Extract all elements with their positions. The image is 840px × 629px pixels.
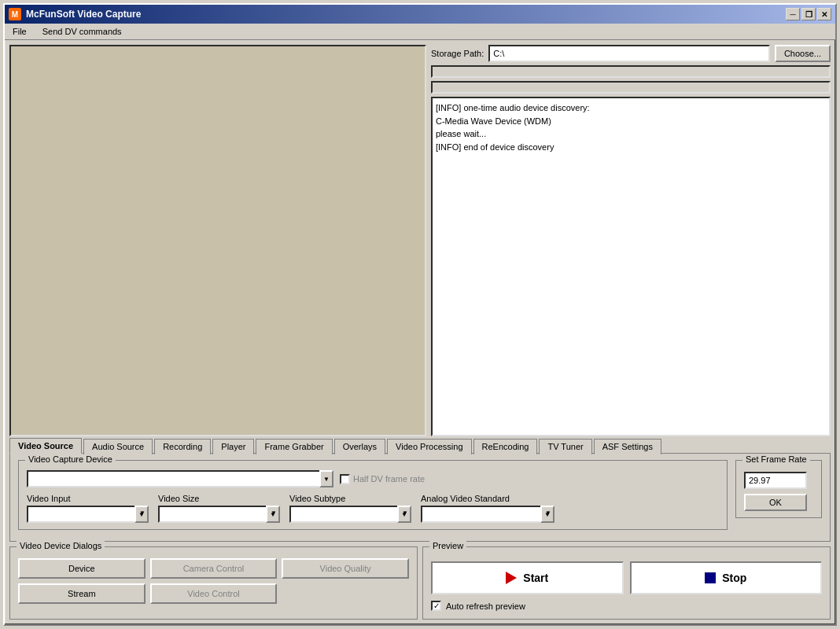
analog-standard-dropdown-btn[interactable]: ▼ <box>540 506 554 523</box>
video-input-select[interactable] <box>27 506 149 523</box>
props-row: Video Input ▼ Video Size <box>27 494 719 523</box>
stop-icon <box>705 572 716 583</box>
video-subtype-group: Video Subtype ▼ <box>289 494 411 523</box>
video-input-group: Video Input ▼ <box>27 494 149 523</box>
video-size-select-wrapper: ▼ <box>158 506 280 523</box>
video-size-label: Video Size <box>158 494 280 503</box>
tab-recording[interactable]: Recording <box>154 439 211 454</box>
storage-label: Storage Path: <box>431 49 484 58</box>
empty-slot <box>282 583 409 604</box>
tab-overlays[interactable]: Overlays <box>334 439 385 454</box>
video-input-select-wrapper: ▼ <box>27 506 149 523</box>
video-device-dialogs-fieldset: Video Device Dialogs Device Camera Contr… <box>9 546 418 620</box>
close-button[interactable]: ✕ <box>817 8 831 20</box>
log-text: [INFO] one-time audio device discovery: … <box>436 103 590 152</box>
framerate-section: Set Frame Rate OK <box>735 460 822 535</box>
title-bar: M McFunSoft Video Capture ─ ❐ ✕ <box>5 5 835 24</box>
tab-video-processing[interactable]: Video Processing <box>387 439 471 454</box>
video-capture-section: Video Capture Device ▼ Half DV frame rat… <box>18 460 728 535</box>
choose-button[interactable]: Choose... <box>775 45 831 62</box>
tab-reencoding[interactable]: ReEncoding <box>473 439 538 454</box>
preview-fieldset: Preview Start Stop ✓ Auto refresh previe… <box>422 546 831 620</box>
tab-content-area: Video Capture Device ▼ Half DV frame rat… <box>5 453 835 542</box>
tab-asf-settings[interactable]: ASF Settings <box>594 439 661 454</box>
video-input-label: Video Input <box>27 494 149 503</box>
title-bar-left: M McFunSoft Video Capture <box>9 8 141 20</box>
menubar: File Send DV commands <box>5 24 835 40</box>
progress-bar-top <box>431 65 831 78</box>
device-input[interactable] <box>27 470 333 487</box>
tab-tv-tuner[interactable]: TV Tuner <box>539 439 591 454</box>
video-subtype-label: Video Subtype <box>289 494 411 503</box>
half-dv-label: Half DV frame rate <box>353 474 425 484</box>
video-subtype-select[interactable] <box>289 506 411 523</box>
tab-content-inner: Video Capture Device ▼ Half DV frame rat… <box>18 460 822 535</box>
device-combo-wrapper: ▼ <box>27 470 333 487</box>
video-size-group: Video Size ▼ <box>158 494 280 523</box>
analog-standard-group: Analog Video Standard ▼ <box>421 494 554 523</box>
half-dv-checkbox[interactable] <box>340 474 350 484</box>
stream-button[interactable]: Stream <box>18 583 146 604</box>
device-select-row: ▼ Half DV frame rate <box>27 470 719 487</box>
tab-player[interactable]: Player <box>212 439 254 454</box>
preview-legend: Preview <box>429 541 466 550</box>
analog-standard-select[interactable] <box>421 506 554 523</box>
framerate-input[interactable] <box>744 472 807 489</box>
progress-bar-bottom <box>431 81 831 94</box>
stop-button-label: Stop <box>722 572 746 584</box>
main-layout: Storage Path: Choose... [INFO] one-time … <box>5 40 835 624</box>
tabs-row: Video Source Audio Source Recording Play… <box>9 438 831 454</box>
dialogs-legend: Video Device Dialogs <box>17 541 105 550</box>
tab-audio-source[interactable]: Audio Source <box>83 439 153 454</box>
storage-path-input[interactable] <box>488 45 770 62</box>
menu-send-dv[interactable]: Send DV commands <box>38 25 127 38</box>
app-icon: M <box>9 8 21 20</box>
menu-file[interactable]: File <box>8 25 31 38</box>
auto-refresh-checkbox[interactable]: ✓ <box>431 601 441 611</box>
stream-row: Stream Video Control <box>18 583 409 604</box>
tabs-area: Video Source Audio Source Recording Play… <box>5 438 835 453</box>
video-capture-legend: Video Capture Device <box>25 454 116 464</box>
tab-video-source[interactable]: Video Source <box>9 438 82 454</box>
preview-buttons: Start Stop <box>431 561 822 594</box>
video-subtype-dropdown-btn[interactable]: ▼ <box>397 506 411 523</box>
start-button[interactable]: Start <box>431 561 624 594</box>
auto-refresh-label: Auto refresh preview <box>446 601 525 611</box>
storage-row: Storage Path: Choose... <box>431 45 831 62</box>
device-button[interactable]: Device <box>18 558 146 579</box>
tab-content: Video Capture Device ▼ Half DV frame rat… <box>9 453 831 542</box>
framerate-ok-button[interactable]: OK <box>744 494 807 511</box>
device-dropdown-btn[interactable]: ▼ <box>319 470 333 487</box>
video-size-select[interactable] <box>158 506 280 523</box>
start-icon <box>506 572 517 584</box>
title-buttons: ─ ❐ ✕ <box>786 8 831 20</box>
video-control-button[interactable]: Video Control <box>150 583 278 604</box>
top-section: Storage Path: Choose... [INFO] one-time … <box>5 40 835 438</box>
auto-refresh-row: ✓ Auto refresh preview <box>431 601 822 611</box>
start-button-label: Start <box>523 572 548 584</box>
video-preview-panel <box>9 45 426 436</box>
tab-frame-grabber[interactable]: Frame Grabber <box>256 439 332 454</box>
log-area: [INFO] one-time audio device discovery: … <box>431 97 831 436</box>
framerate-fieldset: Set Frame Rate OK <box>735 460 822 518</box>
camera-control-button[interactable]: Camera Control <box>150 558 278 579</box>
video-input-dropdown-btn[interactable]: ▼ <box>134 506 149 523</box>
framerate-legend: Set Frame Rate <box>742 454 810 464</box>
video-quality-button[interactable]: Video Quality <box>282 558 409 579</box>
video-subtype-select-wrapper: ▼ <box>289 506 411 523</box>
window-title: McFunSoft Video Capture <box>26 9 141 20</box>
bottom-panels: Video Device Dialogs Device Camera Contr… <box>5 542 835 624</box>
half-dv-checkbox-row: Half DV frame rate <box>340 474 425 484</box>
dialog-buttons-grid: Device Camera Control Video Quality <box>18 558 409 579</box>
video-capture-fieldset: Video Capture Device ▼ Half DV frame rat… <box>18 460 728 530</box>
right-top-panel: Storage Path: Choose... [INFO] one-time … <box>431 45 831 436</box>
analog-standard-label: Analog Video Standard <box>421 494 554 503</box>
analog-standard-select-wrapper: ▼ <box>421 506 554 523</box>
video-size-dropdown-btn[interactable]: ▼ <box>266 506 280 523</box>
main-window: M McFunSoft Video Capture ─ ❐ ✕ File Sen… <box>3 3 837 626</box>
stop-button[interactable]: Stop <box>630 561 823 594</box>
minimize-button[interactable]: ─ <box>786 8 800 20</box>
restore-button[interactable]: ❐ <box>801 8 816 20</box>
